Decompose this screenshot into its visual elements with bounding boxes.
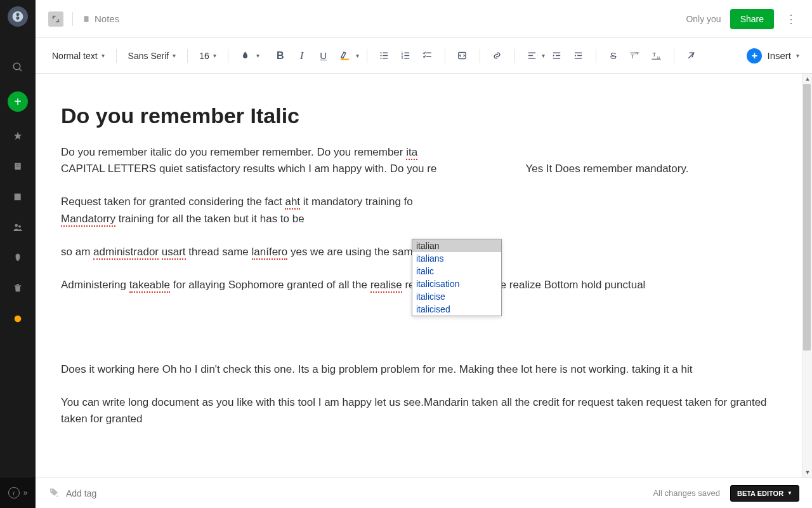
scroll-down-icon[interactable]: ▼ [802, 467, 812, 478]
text-color-button[interactable] [236, 46, 255, 65]
svg-rect-31 [528, 58, 535, 58]
svg-rect-34 [553, 58, 560, 58]
italic-button[interactable]: I [292, 46, 311, 65]
strike-button[interactable]: S [604, 46, 623, 65]
sidebar: + i » [0, 0, 36, 508]
superscript-button[interactable]: TN [625, 46, 645, 65]
main-area: Notes Only you Share ⋮ Normal text▾ Sans… [36, 0, 812, 508]
svg-rect-35 [575, 53, 582, 53]
svg-rect-21 [405, 53, 410, 53]
svg-point-44 [51, 490, 52, 491]
svg-point-8 [18, 225, 21, 228]
outdent-button[interactable] [569, 46, 588, 65]
svg-rect-23 [405, 55, 410, 56]
svg-rect-30 [528, 55, 533, 56]
svg-rect-36 [577, 55, 582, 56]
autocomplete-popup: italian italians italic italicisation it… [412, 239, 502, 316]
scroll-thumb[interactable] [803, 84, 811, 351]
trash-icon[interactable] [11, 282, 24, 295]
highlight-button[interactable] [336, 46, 355, 65]
highlight-chevron[interactable]: ▾ [356, 52, 359, 59]
svg-rect-37 [575, 58, 582, 58]
svg-rect-25 [405, 58, 410, 58]
breadcrumb-text: Notes [95, 13, 119, 24]
star-icon[interactable] [11, 130, 24, 142]
search-icon[interactable] [11, 61, 24, 74]
text-color-chevron[interactable]: ▾ [256, 52, 259, 59]
indent-button[interactable] [547, 46, 566, 65]
topbar: Notes Only you Share ⋮ [36, 0, 812, 38]
expand-sidebar-icon[interactable]: » [23, 488, 28, 497]
visibility-label[interactable]: Only you [686, 14, 721, 24]
suggest-item[interactable]: italicised [412, 303, 501, 316]
share-button[interactable]: Share [730, 9, 774, 29]
svg-rect-13 [341, 58, 349, 60]
svg-point-14 [381, 52, 382, 53]
scroll-up-icon[interactable]: ▲ [802, 74, 812, 84]
codeblock-button[interactable] [453, 46, 472, 65]
clear-format-button[interactable] [682, 46, 701, 65]
style-dropdown[interactable]: Normal text▾ [48, 48, 108, 64]
save-status: All changes saved [653, 488, 720, 498]
footer: + All changes saved BETA EDITOR▼ [36, 478, 812, 508]
new-note-button[interactable]: + [8, 91, 28, 112]
svg-point-0 [13, 63, 20, 70]
svg-rect-19 [383, 58, 388, 58]
align-left-button[interactable] [523, 46, 542, 65]
doc-title[interactable]: Do you remember Italic [61, 99, 774, 133]
notes-icon[interactable] [11, 160, 24, 173]
subscript-button[interactable]: TN [647, 46, 666, 65]
font-dropdown[interactable]: Sans Serif▾ [124, 48, 180, 64]
editor-toolbar: Normal text▾ Sans Serif▾ 16▾ ▾ B I U ▾ 1… [36, 38, 812, 74]
bold-button[interactable]: B [271, 46, 290, 65]
svg-point-18 [381, 58, 382, 59]
svg-rect-5 [15, 194, 21, 201]
align-chevron[interactable]: ▾ [542, 52, 545, 59]
shared-icon[interactable] [11, 221, 24, 234]
svg-rect-26 [426, 53, 431, 53]
svg-text:T: T [631, 53, 634, 60]
svg-line-1 [19, 69, 22, 71]
svg-point-16 [381, 55, 382, 56]
link-button[interactable] [488, 46, 507, 65]
insert-menu[interactable]: + Insert ▾ [747, 48, 799, 64]
content-area: Do you remember Italic Do you remember i… [36, 74, 812, 478]
underline-button[interactable]: U [314, 46, 333, 65]
tag-icon[interactable] [11, 251, 24, 264]
svg-rect-15 [383, 53, 388, 53]
suggest-item[interactable]: italian [412, 239, 501, 252]
svg-rect-9 [15, 285, 22, 286]
notebook-icon[interactable] [11, 190, 24, 203]
upgrade-icon[interactable] [11, 312, 24, 325]
svg-rect-17 [383, 55, 388, 56]
expand-note-button[interactable] [48, 11, 63, 27]
suggest-item[interactable]: italicise [412, 290, 501, 303]
add-tag-icon[interactable]: + [48, 488, 60, 499]
sidebar-footer: i » [0, 478, 36, 508]
svg-rect-10 [16, 284, 19, 285]
suggest-item[interactable]: italic [412, 265, 501, 277]
svg-text:+: + [56, 493, 59, 498]
svg-rect-12 [84, 16, 89, 22]
insert-plus-icon: + [747, 48, 762, 64]
svg-rect-33 [556, 55, 560, 56]
more-menu-icon[interactable]: ⋮ [783, 12, 799, 26]
fontsize-dropdown[interactable]: 16▾ [195, 48, 220, 64]
app-logo[interactable] [8, 6, 28, 27]
tag-input[interactable] [66, 488, 177, 498]
numbered-list-button[interactable]: 123 [396, 46, 416, 65]
svg-point-11 [15, 316, 22, 323]
breadcrumb[interactable]: Notes [82, 13, 119, 24]
svg-rect-27 [426, 56, 431, 57]
suggest-item[interactable]: italians [412, 252, 501, 265]
svg-point-7 [15, 224, 18, 227]
bullet-list-button[interactable] [375, 46, 394, 65]
svg-rect-32 [553, 53, 560, 53]
notebook-bc-icon [82, 15, 91, 23]
beta-editor-button[interactable]: BETA EDITOR▼ [730, 485, 799, 502]
checklist-button[interactable] [418, 46, 437, 65]
info-icon[interactable]: i [8, 487, 20, 498]
svg-text:N: N [636, 51, 638, 55]
suggest-item[interactable]: italicisation [412, 277, 501, 290]
scrollbar[interactable]: ▲ ▼ [802, 74, 812, 478]
